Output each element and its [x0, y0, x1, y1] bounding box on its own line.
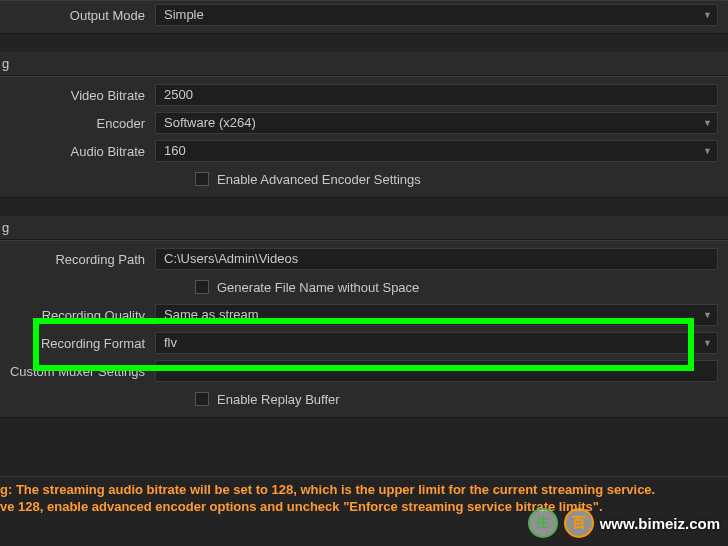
encoder-select[interactable]: Software (x264): [155, 112, 718, 134]
generate-filename-label: Generate File Name without Space: [217, 280, 419, 295]
replay-buffer-label: Enable Replay Buffer: [217, 392, 340, 407]
recording-quality-label: Recording Quality: [0, 308, 155, 323]
video-bitrate-label: Video Bitrate: [0, 88, 155, 103]
custom-muxer-label: Custom Muxer Settings: [0, 364, 155, 379]
enable-advanced-label: Enable Advanced Encoder Settings: [217, 172, 421, 187]
custom-muxer-input[interactable]: [155, 360, 718, 382]
watermark-url: www.bimeiz.com: [600, 515, 720, 532]
recording-section-tab: g: [0, 216, 728, 240]
recording-path-label: Recording Path: [0, 252, 155, 267]
output-mode-label: Output Mode: [0, 8, 155, 23]
encoder-label: Encoder: [0, 116, 155, 131]
watermark-badge-2: 百: [564, 508, 594, 538]
audio-bitrate-select[interactable]: 160: [155, 140, 718, 162]
watermark: 生 百 www.bimeiz.com: [528, 508, 720, 538]
watermark-badge-1: 生: [528, 508, 558, 538]
output-mode-select[interactable]: Simple: [155, 4, 718, 26]
replay-buffer-checkbox[interactable]: [195, 392, 209, 406]
audio-bitrate-label: Audio Bitrate: [0, 144, 155, 159]
recording-quality-select[interactable]: Same as stream: [155, 304, 718, 326]
recording-format-label: Recording Format: [0, 336, 155, 351]
streaming-section-tab: g: [0, 52, 728, 76]
enable-advanced-checkbox[interactable]: [195, 172, 209, 186]
video-bitrate-input[interactable]: 2500: [155, 84, 718, 106]
generate-filename-checkbox[interactable]: [195, 280, 209, 294]
recording-path-input[interactable]: C:\Users\Admin\Videos: [155, 248, 718, 270]
warning-line-1: g: The streaming audio bitrate will be s…: [0, 481, 728, 499]
recording-format-select[interactable]: flv: [155, 332, 718, 354]
